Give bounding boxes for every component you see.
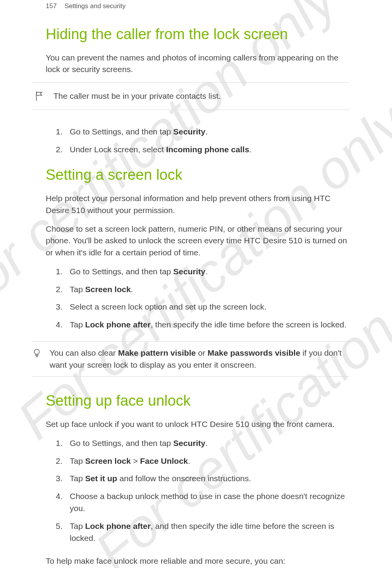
callout-text: The caller must be in your private conta… xyxy=(53,91,221,101)
tip-text: You can also clear Make pattern visible … xyxy=(50,347,347,371)
step-item: Select a screen lock option and set up t… xyxy=(50,301,349,313)
svg-point-1 xyxy=(34,349,40,355)
page-header: 157 Settings and security xyxy=(46,0,349,10)
section-outro: To help make face unlock more reliable a… xyxy=(46,555,349,567)
flag-icon xyxy=(34,91,44,101)
section-paragraph: Help protect your personal information a… xyxy=(46,193,349,216)
step-item: Go to Settings, and then tap Security. xyxy=(50,126,349,138)
section-heading-hiding-caller: Hiding the caller from the lock screen xyxy=(46,26,349,43)
tip-callout: You can also clear Make pattern visible … xyxy=(32,341,349,377)
steps-list: Go to Settings, and then tap Security. U… xyxy=(46,126,349,155)
steps-list: Go to Settings, and then tap Security. T… xyxy=(46,437,349,544)
page-title: Settings and security xyxy=(64,2,126,10)
prerequisite-callout: The caller must be in your private conta… xyxy=(32,82,349,110)
step-item: Under Lock screen, select Incoming phone… xyxy=(50,143,349,156)
section-intro: Set up face unlock if you want to unlock… xyxy=(46,418,349,430)
step-item: Go to Settings, and then tap Security. xyxy=(50,437,349,449)
lightbulb-icon xyxy=(32,347,42,358)
section-heading-face-unlock: Setting up face unlock xyxy=(46,392,349,410)
step-item: Tap Screen lock > Face Unlock. xyxy=(50,455,349,467)
section-heading-screen-lock: Setting a screen lock xyxy=(46,166,349,184)
step-item: Tap Screen lock. xyxy=(50,283,349,296)
step-item: Choose a backup unlock method to use in … xyxy=(50,490,349,515)
section-intro: You can prevent the names and photos of … xyxy=(46,52,349,76)
step-item: Tap Lock phone after, then specify the i… xyxy=(50,318,349,331)
step-item: Tap Lock phone after, and then specify t… xyxy=(50,520,349,544)
step-item: Go to Settings, and then tap Security. xyxy=(50,265,349,278)
step-item: Tap Set it up and follow the onscreen in… xyxy=(50,472,349,485)
section-paragraph: Choose to set a screen lock pattern, num… xyxy=(46,223,349,258)
page-number: 157 xyxy=(46,2,57,10)
steps-list: Go to Settings, and then tap Security. T… xyxy=(46,265,349,330)
